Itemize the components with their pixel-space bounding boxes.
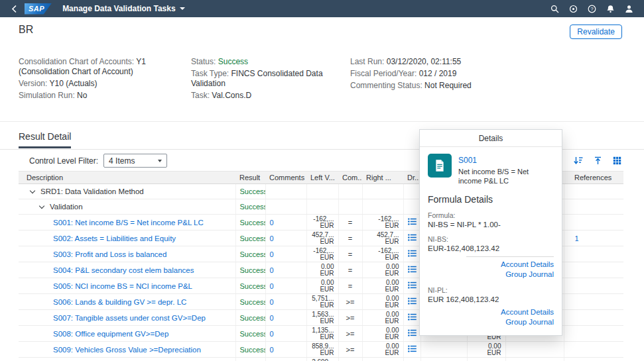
result-status: Success <box>240 187 266 195</box>
column-header-drilldown[interactable]: Dr... <box>403 172 420 184</box>
comparison-operator: >= <box>346 298 355 306</box>
header-divider <box>0 121 644 122</box>
task-step-description[interactable]: S006: Lands & building GV >= depr. LC <box>53 298 186 306</box>
result-status: Success <box>240 314 266 322</box>
comments-link[interactable]: 0 <box>270 346 274 354</box>
comments-link[interactable]: 0 <box>270 250 274 258</box>
table-row[interactable]: S009: Vehicles Gross Value >=Depreciatio… <box>19 342 623 358</box>
column-header-references[interactable]: References <box>564 172 623 184</box>
validation-task-icon <box>428 154 452 178</box>
field-task-type: Task Type: FINCS Consolidated Data Valid… <box>191 69 340 89</box>
references-link[interactable]: 1 <box>575 234 579 242</box>
status-value: Success <box>218 57 248 66</box>
comments-link[interactable]: 0 <box>270 282 274 290</box>
drilldown-icon[interactable] <box>408 234 417 242</box>
drilldown-icon[interactable] <box>408 329 417 338</box>
nipl-label: NI-PL: <box>428 286 554 294</box>
control-level-filter-select[interactable]: 4 Items <box>103 154 167 168</box>
group-journal-link[interactable]: Group Journal <box>428 317 554 327</box>
expand-toggle-icon[interactable] <box>40 204 46 210</box>
column-header-result[interactable]: Result <box>235 172 265 184</box>
comparison-operator: = <box>348 282 352 290</box>
drilldown-icon[interactable] <box>408 297 417 306</box>
control-level-filter-label: Control Level Filter: <box>29 156 98 166</box>
drilldown-icon[interactable] <box>408 250 417 258</box>
page-title: BR <box>19 24 33 36</box>
comments-link[interactable]: 0 <box>270 234 274 242</box>
comments-link[interactable]: 0 <box>270 330 274 338</box>
comparison-operator: = <box>348 266 352 274</box>
task-step-description[interactable]: S004: P&L secondary cost elem balances <box>53 266 194 274</box>
account-details-link[interactable]: Account Details <box>428 307 554 317</box>
expand-toggle-icon[interactable] <box>31 189 36 195</box>
revalidate-button[interactable]: Revalidate <box>570 25 622 39</box>
left-currency: EUR <box>311 302 334 309</box>
left-value: 2,690... <box>311 358 334 361</box>
task-step-description[interactable]: S003: Profit and Loss is balanced <box>53 250 166 258</box>
formula-details-title: Formula Details <box>428 194 554 205</box>
drilldown-icon[interactable] <box>408 282 417 290</box>
field-last-run: Last Run: 03/12/2020, 02:11:55 <box>350 57 549 67</box>
back-button[interactable] <box>11 5 18 13</box>
task-step-description[interactable]: S007: Tangible assets under const GV>=De… <box>53 314 206 322</box>
chevron-down-icon <box>180 7 185 10</box>
comments-link[interactable]: 0 <box>270 314 274 322</box>
sap-logo: SAP <box>25 3 52 15</box>
tab-result-detail[interactable]: Result Detail <box>19 131 71 148</box>
left-currency: EUR <box>311 270 334 277</box>
left-currency: EUR <box>311 254 334 261</box>
left-currency: EUR <box>311 334 334 340</box>
column-header-comparison[interactable]: Com... <box>338 172 362 184</box>
right-currency: EUR <box>367 334 399 340</box>
extra-currency: EUR <box>472 350 501 356</box>
task-step-description[interactable]: S008: Office equipment GV>=Dep <box>53 330 168 338</box>
popover-title: Details <box>420 130 562 147</box>
column-header-right-value[interactable]: Right ... <box>362 172 403 184</box>
sort-button[interactable] <box>574 156 583 165</box>
right-currency: EUR <box>367 286 399 293</box>
help-button[interactable]: ? <box>588 5 596 13</box>
search-icon <box>550 5 559 13</box>
export-button[interactable] <box>613 156 621 165</box>
task-step-description[interactable]: SRD1: Data Validation Method <box>40 187 144 195</box>
task-step-description[interactable]: S001: Net income B/S = Net income P&L LC <box>53 219 204 227</box>
shell-bar: SAP Manage Data Validation Tasks ? <box>0 0 644 17</box>
person-icon <box>625 5 633 13</box>
result-status: Success <box>240 250 266 258</box>
drilldown-icon[interactable] <box>408 218 417 227</box>
column-header-left-value[interactable]: Left V... <box>306 172 338 184</box>
table-row[interactable]: 2,690...EUR <box>19 358 623 361</box>
column-header-description[interactable]: Description <box>19 172 235 184</box>
scroll-to-top-button[interactable] <box>594 156 602 165</box>
group-journal-link[interactable]: Group Journal <box>466 270 554 280</box>
right-currency: EUR <box>367 302 399 309</box>
field-fiscal-period: Fiscal Period/Year: 012 / 2019 <box>350 69 549 79</box>
task-step-description[interactable]: Validation <box>50 203 83 211</box>
column-header-comments[interactable]: Comments <box>265 172 306 184</box>
drilldown-icon[interactable] <box>408 345 417 354</box>
comparison-operator: = <box>348 250 352 258</box>
app-title-button[interactable]: Manage Data Validation Tasks <box>58 3 189 14</box>
comments-link[interactable]: 0 <box>270 298 274 306</box>
account-details-link[interactable]: Account Details <box>466 260 554 270</box>
field-commenting-status: Commenting Status: Not Required <box>350 81 549 91</box>
header-info: Consolidation Chart of Accounts: Y1 (Con… <box>19 57 549 103</box>
result-status: Success <box>240 298 266 306</box>
task-step-description[interactable]: S009: Vehicles Gross Value >=Depreciatio… <box>53 346 201 354</box>
left-currency: EUR <box>311 286 334 293</box>
result-status: Success <box>240 219 266 227</box>
drilldown-icon[interactable] <box>408 266 417 274</box>
task-step-description[interactable]: S005: NCI income BS = NCI income P&L <box>53 282 192 290</box>
search-button[interactable] <box>550 5 559 13</box>
copilot-button[interactable] <box>569 5 578 13</box>
comments-link[interactable]: 0 <box>270 219 274 227</box>
task-step-description[interactable]: S002: Assets = Liabilities and Equity <box>53 234 176 242</box>
notifications-button[interactable] <box>606 5 615 13</box>
svg-text:?: ? <box>590 6 593 12</box>
result-status: Success <box>240 346 266 354</box>
drilldown-icon[interactable] <box>408 313 417 322</box>
profile-button[interactable] <box>625 5 633 13</box>
task-id-link[interactable]: S001 <box>458 156 477 165</box>
comments-link[interactable]: 0 <box>270 266 274 274</box>
nipl-value: EUR 162,408,123.42 <box>428 295 554 303</box>
